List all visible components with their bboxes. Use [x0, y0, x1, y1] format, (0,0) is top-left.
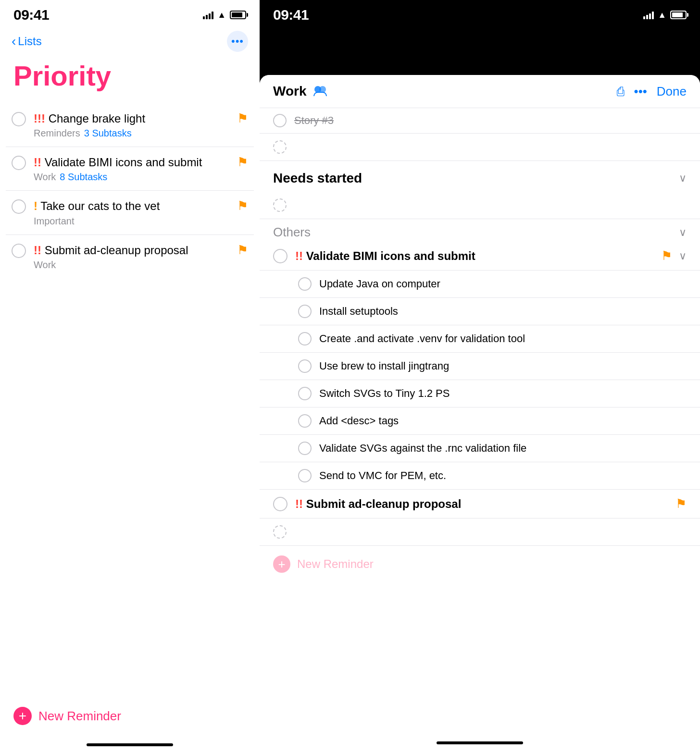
right-status-bar: 09:41 ▲	[260, 0, 700, 27]
validate-bimi-actions: ⚑ ∨	[661, 248, 687, 263]
needs-started-section: Needs started ∨	[260, 161, 700, 192]
sub-list-label: Work	[34, 172, 56, 183]
needs-started-title: Needs started	[273, 171, 362, 186]
subtask-title-4: Use brew to install jingtrang	[319, 360, 449, 372]
reminder-sub: Important	[34, 216, 229, 227]
sub-list-label: Work	[34, 259, 56, 271]
left-time: 09:41	[13, 7, 49, 23]
right-content: Story #3 Needs started ∨ Others ∨	[260, 108, 700, 738]
subtask-title-6: Add <desc> tags	[319, 415, 399, 427]
back-label: Lists	[18, 35, 41, 48]
priority-mark-icon: !	[34, 199, 38, 212]
page-title: Priority	[0, 60, 260, 103]
subtask-checkbox-8[interactable]	[298, 469, 312, 482]
wifi-icon: ▲	[217, 10, 226, 20]
list-item: Create .and activate .venv for validatio…	[260, 325, 700, 353]
wifi-icon: ▲	[658, 10, 666, 20]
reminder-content: !!! Change brake light Reminders 3 Subta…	[34, 111, 229, 139]
validate-bimi-expand-icon[interactable]: ∨	[679, 250, 687, 262]
new-reminder-button[interactable]: + New Reminder	[0, 697, 260, 740]
flag-icon: ⚑	[237, 111, 248, 126]
collab-icon[interactable]	[312, 83, 329, 100]
list-item: Add <desc> tags	[260, 407, 700, 435]
reminder-sub: Reminders 3 Subtasks	[34, 128, 229, 139]
new-reminder-label: New Reminder	[38, 709, 121, 724]
reminder-content: ! Take our cats to the vet Important	[34, 198, 229, 226]
validate-bimi-priority-icon: !!	[295, 249, 303, 262]
subtask-checkbox-5[interactable]	[298, 387, 312, 400]
more-dots-icon: •••	[231, 35, 244, 48]
add-circle-icon	[273, 140, 287, 154]
header-more-icon[interactable]: •••	[634, 84, 647, 99]
subtask-checkbox-6[interactable]	[298, 414, 312, 428]
subtask-checkbox-2[interactable]	[298, 305, 312, 318]
left-status-bar: 09:41 ▲	[0, 0, 260, 27]
validate-bimi-checkbox[interactable]	[273, 249, 288, 263]
list-item: !! Validate BIMI icons and submit Work 8…	[6, 147, 254, 191]
sub-subtasks-label[interactable]: 8 Subtasks	[60, 172, 107, 183]
others-chevron-icon[interactable]: ∨	[679, 226, 687, 239]
left-status-icons: ▲	[203, 10, 246, 20]
submit-task: !! Submit ad-cleanup proposal ⚑	[260, 490, 700, 518]
flag-icon: ⚑	[237, 243, 248, 258]
subtask-title-8: Send to VMC for PEM, etc.	[319, 469, 446, 482]
reminder-content: !! Validate BIMI icons and submit Work 8…	[34, 155, 229, 183]
list-item: Validate SVGs against the .rnc validatio…	[260, 435, 700, 462]
right-status-icons: ▲	[643, 10, 687, 20]
subtask-checkbox-7[interactable]	[298, 442, 312, 455]
new-reminder-plus-icon: +	[13, 707, 32, 725]
subtask-checkbox-3[interactable]	[298, 332, 312, 345]
share-icon[interactable]: ⎙	[617, 84, 625, 99]
submit-checkbox[interactable]	[273, 497, 288, 511]
reminder-title: !! Submit ad-cleanup proposal	[34, 243, 229, 258]
needs-started-chevron-icon[interactable]: ∨	[679, 172, 687, 185]
done-button[interactable]: Done	[657, 84, 687, 99]
others-title: Others	[273, 225, 311, 240]
priority-mark-icon: !!	[34, 244, 41, 257]
validate-bimi-title: !! Validate BIMI icons and submit	[295, 249, 653, 263]
list-item: Install setuptools	[260, 298, 700, 325]
list-item: Switch SVGs to Tiny 1.2 PS	[260, 380, 700, 407]
reminder-sub: Work 8 Subtasks	[34, 172, 229, 183]
reminder-content: !! Submit ad-cleanup proposal Work	[34, 243, 229, 271]
right-time: 09:41	[273, 7, 309, 23]
right-title-text: Work	[273, 84, 307, 99]
subtask-title-2: Install setuptools	[319, 305, 398, 318]
flag-icon: ⚑	[237, 198, 248, 213]
empty-add-row-bottom[interactable]	[260, 518, 700, 546]
priority-mark-icon: !!	[34, 156, 41, 169]
flag-icon: ⚑	[237, 155, 248, 170]
checkbox-ad-cleanup[interactable]	[12, 244, 26, 258]
back-button[interactable]: ‹ Lists	[12, 34, 42, 49]
right-header-title-group: Work	[273, 83, 329, 100]
empty-add-row[interactable]	[260, 134, 700, 161]
right-header-actions: ⎙ ••• Done	[617, 84, 687, 99]
sub-subtasks-label[interactable]: 3 Subtasks	[84, 128, 132, 139]
reminder-list: !!! Change brake light Reminders 3 Subta…	[0, 103, 260, 697]
checkbox-cats-vet[interactable]	[12, 199, 26, 214]
back-chevron-icon: ‹	[12, 34, 16, 49]
right-panel: 09:41 ▲ Work	[260, 0, 700, 752]
story-checkbox[interactable]	[273, 114, 287, 127]
right-new-reminder-button[interactable]: + New Reminder	[260, 546, 700, 580]
subtask-title-5: Switch SVGs to Tiny 1.2 PS	[319, 387, 450, 400]
subtask-checkbox-4[interactable]	[298, 359, 312, 373]
battery-icon	[670, 11, 687, 19]
right-card: Work ⎙ ••• Done Story #3	[260, 75, 700, 752]
right-new-plus-icon: +	[273, 555, 290, 573]
list-item: Send to VMC for PEM, etc.	[260, 462, 700, 490]
reminder-sub: Work	[34, 259, 229, 271]
empty-add-row-2[interactable]	[260, 192, 700, 219]
submit-flag-icon: ⚑	[675, 496, 687, 511]
checkbox-change-brake[interactable]	[12, 112, 26, 126]
right-home-indicator	[437, 741, 523, 744]
subtask-title-3: Create .and activate .venv for validatio…	[319, 333, 525, 345]
checkbox-validate-bimi[interactable]	[12, 156, 26, 170]
subtask-checkbox-1[interactable]	[298, 277, 312, 291]
right-header: Work ⎙ ••• Done	[260, 75, 700, 108]
left-nav: ‹ Lists •••	[0, 27, 260, 60]
validate-bimi-task: !! Validate BIMI icons and submit ⚑ ∨	[260, 242, 700, 271]
reminder-title: !!! Change brake light	[34, 111, 229, 126]
more-button[interactable]: •••	[227, 31, 248, 52]
priority-mark-icon: !!!	[34, 112, 45, 125]
